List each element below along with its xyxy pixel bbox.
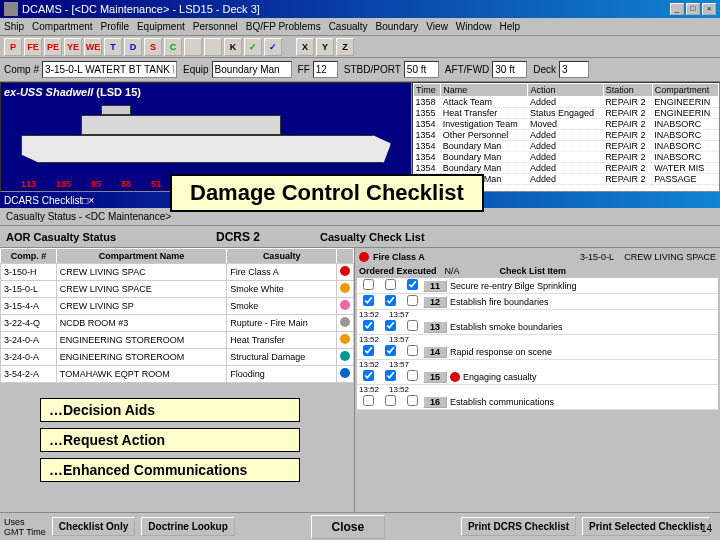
minimize-button[interactable]: _ [670, 3, 684, 15]
menu-profile[interactable]: Profile [101, 21, 129, 32]
toolbar: P FE PE YE WE T D S C K ✓ ✓ X Y Z [0, 36, 720, 58]
casualty-row[interactable]: 3-24-0-AENGINEERING STOREROOMStructural … [1, 349, 354, 366]
tool-d[interactable]: D [124, 38, 142, 56]
executed-checkbox[interactable] [385, 320, 396, 331]
event-row[interactable]: 1354Other PersonnelAddedREPAIR 2INABSORC [414, 130, 719, 141]
tool-s[interactable]: S [144, 38, 162, 56]
comp-input[interactable] [42, 61, 177, 78]
bottom-bar: Uses GMT Time Checklist Only Doctrine Lo… [0, 512, 720, 540]
casualty-table[interactable]: Comp. # Compartment Name Casualty 3-150-… [0, 248, 354, 383]
ordered-checkbox[interactable] [363, 395, 374, 406]
col-time[interactable]: Time [414, 84, 441, 97]
stbd-input[interactable] [404, 61, 439, 78]
event-row[interactable]: 1358Attack TeamAddedREPAIR 2ENGINEERIN [414, 97, 719, 108]
na-checkbox[interactable] [407, 370, 418, 381]
close-button-bottom[interactable]: Close [311, 515, 386, 539]
tool-ye[interactable]: YE [64, 38, 82, 56]
menu-compartment[interactable]: Compartment [32, 21, 93, 32]
tool-blank2[interactable] [204, 38, 222, 56]
checklist-item[interactable]: 15Engaging casualty [357, 369, 718, 385]
equip-input[interactable] [212, 61, 292, 78]
menu-bqfp[interactable]: BQ/FP Problems [246, 21, 321, 32]
print-dcrs-button[interactable]: Print DCRS Checklist [461, 517, 576, 536]
na-checkbox[interactable] [407, 320, 418, 331]
dcars-close[interactable]: × [88, 195, 94, 206]
col-compname[interactable]: Compartment Name [56, 249, 226, 264]
print-selected-button[interactable]: Print Selected Checklist [582, 517, 710, 536]
checklist-only-button[interactable]: Checklist Only [52, 517, 135, 536]
tool-x[interactable]: X [296, 38, 314, 56]
col-comp[interactable]: Compartment [652, 84, 718, 97]
executed-checkbox[interactable] [385, 279, 396, 290]
casualty-row[interactable]: 3-24-0-AENGINEERING STOREROOMHeat Transf… [1, 332, 354, 349]
tool-blank1[interactable] [184, 38, 202, 56]
menu-boundary[interactable]: Boundary [376, 21, 419, 32]
menu-personnel[interactable]: Personnel [193, 21, 238, 32]
col-action[interactable]: Action [528, 84, 603, 97]
ordered-checkbox[interactable] [363, 370, 374, 381]
checklist-item[interactable]: 16Establish communications [357, 394, 718, 410]
col-casualty[interactable]: Casualty [227, 249, 337, 264]
doctrine-lookup-button[interactable]: Doctrine Lookup [141, 517, 234, 536]
tool-k[interactable]: K [224, 38, 242, 56]
event-row[interactable]: 1354Boundary ManAddedREPAIR 2INABSORC [414, 152, 719, 163]
casualty-row[interactable]: 3-15-0-LCREW LIVING SPACESmoke White [1, 281, 354, 298]
event-row[interactable]: 1355Heat TransferStatus EngagedREPAIR 2E… [414, 108, 719, 119]
tool-check2[interactable]: ✓ [264, 38, 282, 56]
deck-input[interactable] [559, 61, 589, 78]
tool-t[interactable]: T [104, 38, 122, 56]
menu-window[interactable]: Window [456, 21, 492, 32]
checklist-item[interactable]: 13Establish smoke boundaries [357, 319, 718, 335]
na-checkbox[interactable] [407, 395, 418, 406]
checklist-item[interactable]: 11Secure re-entry Bilge Sprinkling [357, 278, 718, 294]
na-checkbox[interactable] [407, 279, 418, 290]
menu-view[interactable]: View [426, 21, 448, 32]
equip-label: Equip [183, 64, 209, 75]
close-button[interactable]: × [702, 3, 716, 15]
tool-y[interactable]: Y [316, 38, 334, 56]
ccl-title: Casualty Check List [320, 231, 425, 243]
tool-p[interactable]: P [4, 38, 22, 56]
menu-ship[interactable]: Ship [4, 21, 24, 32]
app-icon [4, 2, 18, 16]
tool-z[interactable]: Z [336, 38, 354, 56]
chk-loc: 3-15-0-L [580, 252, 614, 262]
tool-we[interactable]: WE [84, 38, 102, 56]
tool-fe[interactable]: FE [24, 38, 42, 56]
casualty-row[interactable]: 3-15-4-ACREW LIVING SPSmoke [1, 298, 354, 315]
executed-checkbox[interactable] [385, 345, 396, 356]
status-left: Casualty Status - <DC Maintenance> [6, 211, 171, 222]
col-name[interactable]: Name [441, 84, 528, 97]
col-station[interactable]: Station [603, 84, 652, 97]
menu-help[interactable]: Help [499, 21, 520, 32]
casualty-row[interactable]: 3-54-2-ATOMAHAWK EQPT ROOMFlooding [1, 366, 354, 383]
ship-diagram[interactable] [21, 108, 391, 163]
col-compnum[interactable]: Comp. # [1, 249, 57, 264]
event-row[interactable]: 1354Boundary ManAddedREPAIR 2INABSORC [414, 141, 719, 152]
ff-input[interactable] [313, 61, 338, 78]
checklist-item[interactable]: 14Rapid response on scene [357, 344, 718, 360]
maximize-button[interactable]: □ [686, 3, 700, 15]
ordered-checkbox[interactable] [363, 295, 374, 306]
tool-c[interactable]: C [164, 38, 182, 56]
menu-casualty[interactable]: Casualty [329, 21, 368, 32]
event-row[interactable]: 1354Investigation TeamMovedREPAIR 2INABS… [414, 119, 719, 130]
event-row[interactable]: 1354Boundary ManAddedREPAIR 2WATER MIS [414, 163, 719, 174]
tool-pe[interactable]: PE [44, 38, 62, 56]
executed-checkbox[interactable] [385, 370, 396, 381]
ordered-checkbox[interactable] [363, 320, 374, 331]
na-checkbox[interactable] [407, 295, 418, 306]
ordered-checkbox[interactable] [363, 345, 374, 356]
checklist-item[interactable]: 12Establish fire boundaries [357, 294, 718, 310]
casualty-dot-icon [359, 252, 369, 262]
tool-check1[interactable]: ✓ [244, 38, 262, 56]
aft-input[interactable] [492, 61, 527, 78]
casualty-row[interactable]: 3-150-HCREW LIVING SPACFire Class A [1, 264, 354, 281]
executed-checkbox[interactable] [385, 295, 396, 306]
status-dot-icon [340, 266, 350, 276]
na-checkbox[interactable] [407, 345, 418, 356]
casualty-row[interactable]: 3-22-4-QNCDB ROOM #3Rupture - Fire Main [1, 315, 354, 332]
menu-equipment[interactable]: Equipment [137, 21, 185, 32]
executed-checkbox[interactable] [385, 395, 396, 406]
ordered-checkbox[interactable] [363, 279, 374, 290]
